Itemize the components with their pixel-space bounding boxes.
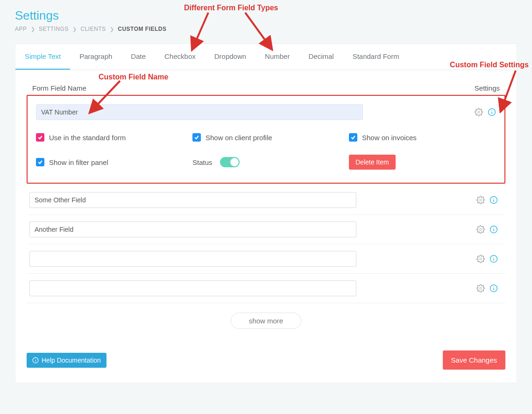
tab-dropdown[interactable]: Dropdown: [205, 44, 255, 70]
settings-panel: Different Form Field Types Simple Text P…: [15, 43, 517, 383]
show-more-button[interactable]: show more: [231, 313, 301, 329]
checkbox-label: Show on client profile: [206, 134, 272, 142]
checkmark-icon: [36, 158, 44, 166]
checkbox-show-invoices[interactable]: Show on invoices: [349, 133, 496, 142]
checkbox-label: Use in the standard form: [49, 134, 126, 142]
info-icon[interactable]: [488, 108, 496, 116]
checkbox-show-client-profile[interactable]: Show on client profile: [192, 133, 340, 142]
tab-decimal[interactable]: Decimal: [299, 44, 343, 70]
svg-point-16: [480, 258, 482, 260]
custom-field-row: [27, 274, 505, 303]
gear-icon[interactable]: [476, 196, 485, 204]
svg-point-8: [480, 199, 482, 201]
column-header-name: Form Field Name: [32, 84, 86, 92]
help-documentation-button[interactable]: Help Documentation: [27, 353, 106, 368]
svg-point-12: [480, 228, 482, 231]
checkmark-icon: [349, 133, 357, 142]
breadcrumb-custom-fields: CUSTOM FIELDS: [118, 26, 166, 32]
help-button-label: Help Documentation: [42, 357, 101, 364]
svg-point-4: [478, 111, 480, 114]
info-icon: [32, 357, 39, 364]
info-icon[interactable]: [489, 196, 498, 204]
custom-field-card-expanded: Use in the standard form Show on client …: [27, 95, 505, 184]
svg-point-19: [493, 257, 494, 258]
custom-field-row: [27, 186, 505, 215]
svg-point-15: [493, 228, 494, 228]
info-icon[interactable]: [489, 225, 498, 234]
custom-field-row: [27, 215, 505, 244]
tab-number[interactable]: Number: [255, 44, 299, 70]
save-changes-button[interactable]: Save Changes: [443, 350, 505, 370]
field-name-input[interactable]: [29, 251, 356, 267]
tab-paragraph[interactable]: Paragraph: [70, 44, 121, 70]
checkmark-icon: [36, 133, 44, 142]
breadcrumb-clients[interactable]: CLIENTS: [81, 26, 106, 32]
tab-date[interactable]: Date: [121, 44, 155, 70]
checkbox-use-standard-form[interactable]: Use in the standard form: [36, 133, 183, 142]
svg-point-23: [493, 286, 494, 287]
tab-standard-form[interactable]: Standard Form: [343, 44, 409, 70]
checkbox-show-filter-panel[interactable]: Show in filter panel: [36, 158, 183, 166]
svg-point-11: [493, 198, 494, 199]
tab-simple-text[interactable]: Simple Text: [15, 44, 70, 70]
field-name-input[interactable]: [29, 280, 356, 296]
chevron-right-icon: ❯: [110, 26, 114, 32]
gear-icon[interactable]: [476, 225, 485, 234]
status-label: Status: [192, 158, 213, 166]
page-title: Settings: [15, 8, 517, 23]
checkbox-label: Show in filter panel: [49, 158, 108, 166]
svg-point-20: [480, 287, 482, 290]
gear-icon[interactable]: [476, 284, 485, 293]
checkmark-icon: [192, 133, 201, 142]
tabs: Simple Text Paragraph Date Checkbox Drop…: [15, 44, 517, 70]
chevron-right-icon: ❯: [31, 26, 35, 32]
breadcrumb-settings[interactable]: SETTINGS: [39, 26, 69, 32]
status-toggle[interactable]: [220, 157, 240, 167]
field-name-input[interactable]: [29, 192, 356, 208]
column-header-settings: Settings: [475, 84, 500, 92]
gear-icon[interactable]: [475, 108, 483, 116]
breadcrumb-app[interactable]: APP: [15, 26, 27, 32]
chevron-right-icon: ❯: [72, 26, 77, 32]
svg-point-7: [491, 110, 492, 111]
info-icon[interactable]: [489, 255, 498, 263]
custom-field-row: [27, 244, 505, 274]
checkbox-label: Show on invoices: [362, 134, 417, 142]
delete-item-button[interactable]: Delete Item: [349, 155, 396, 170]
svg-point-26: [35, 358, 35, 359]
gear-icon[interactable]: [476, 255, 485, 263]
tab-checkbox[interactable]: Checkbox: [155, 44, 205, 70]
field-name-input[interactable]: [29, 221, 356, 237]
breadcrumb: APP ❯ SETTINGS ❯ CLIENTS ❯ CUSTOM FIELDS: [15, 26, 517, 32]
info-icon[interactable]: [489, 284, 498, 293]
field-name-input[interactable]: [36, 104, 363, 120]
